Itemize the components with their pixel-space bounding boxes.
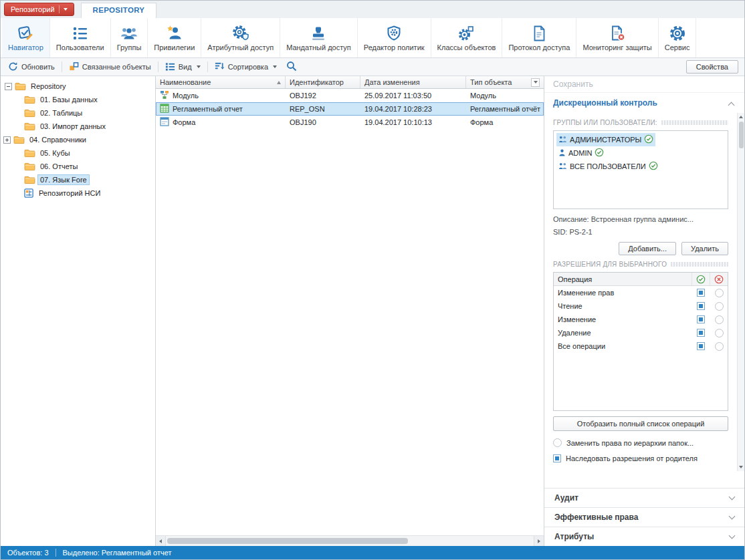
section-attributes[interactable]: Атрибуты <box>544 527 744 546</box>
table-row-selected[interactable]: Регламентный отчет REP_OSN 19.04.2017 10… <box>156 102 544 116</box>
section-effective-rights[interactable]: Эффективные права <box>544 507 744 527</box>
ribbon-item-label: Сервис <box>665 43 690 51</box>
scroll-left-arrow[interactable] <box>156 536 166 546</box>
deny-checkbox[interactable] <box>715 342 724 351</box>
section-discretionary-control[interactable]: Дискреционный контроль <box>544 93 744 112</box>
replace-permissions-checkbox-row[interactable]: Заменить права по иерархии папок... <box>553 438 728 447</box>
ribbon-item-object-classes[interactable]: Классы объектов <box>431 18 503 57</box>
vertical-scrollbar[interactable] <box>737 113 744 471</box>
horizontal-scrollbar[interactable] <box>156 535 544 546</box>
inherit-permissions-checkbox-row[interactable]: Наследовать разрешения от родителя <box>553 454 728 462</box>
allow-checkbox[interactable] <box>697 342 705 350</box>
sort-dropdown[interactable]: Сортировка <box>212 60 280 74</box>
allow-checkbox[interactable] <box>697 315 705 323</box>
privileges-icon <box>166 24 183 42</box>
checkbox-unchecked[interactable] <box>553 438 562 447</box>
refresh-button[interactable]: Обновить <box>5 60 58 74</box>
list-item-label: ВСЕ ПОЛЬЗОВАТЕЛИ <box>570 162 646 170</box>
ribbon-item-security-monitoring[interactable]: Мониторинг защиты <box>576 18 658 57</box>
properties-button[interactable]: Свойства <box>686 60 738 74</box>
ribbon-item-attribute-access[interactable]: Атрибутный доступ <box>201 18 280 57</box>
tree-item-cubes[interactable]: 05. Кубы <box>1 146 155 160</box>
object-classes-icon <box>457 24 475 42</box>
groups-users-listbox[interactable]: АДМИНИСТРАТОРЫ ADMIN ВСЕ ПОЛЬЗОВАТЕЛИ <box>553 130 728 209</box>
permission-row: Удаление <box>554 326 728 339</box>
expand-box-icon[interactable] <box>3 136 11 144</box>
tree-item-label: 02. Таблицы <box>38 108 84 118</box>
list-item-admin[interactable]: ADMIN <box>556 146 606 160</box>
ribbon-item-label: Привилегии <box>154 43 195 51</box>
refresh-icon <box>8 61 18 73</box>
ribbon-item-label: Редактор политик <box>364 43 425 51</box>
tree-item-label: 05. Кубы <box>38 148 72 158</box>
ribbon-item-navigator[interactable]: Навигатор <box>2 18 50 57</box>
allow-checkbox[interactable] <box>697 289 705 297</box>
ribbon-item-policy-editor[interactable]: Редактор политик <box>358 18 431 57</box>
ribbon-item-privileges[interactable]: Привилегии <box>148 18 201 57</box>
scrollbar-thumb[interactable] <box>739 122 744 148</box>
scroll-down-arrow[interactable] <box>738 463 744 471</box>
scrollbar-thumb[interactable] <box>167 538 408 544</box>
add-button[interactable]: Добавить... <box>619 242 676 255</box>
groups-users-label-row: ГРУППЫ ИЛИ ПОЛЬЗОВАТЕЛИ: <box>553 119 728 126</box>
tree-item-reports[interactable]: 06. Отчеты <box>1 160 155 173</box>
ribbon-item-groups[interactable]: Группы <box>111 18 148 57</box>
scroll-right-arrow[interactable] <box>534 536 544 546</box>
scroll-up-arrow[interactable] <box>738 113 744 121</box>
chevron-down-icon <box>273 65 277 68</box>
column-header-identifier[interactable]: Идентификатор <box>286 76 360 88</box>
ribbon-item-label: Мандатный доступ <box>286 43 351 51</box>
operation-label: Все операции <box>554 342 691 350</box>
related-objects-button[interactable]: Связанные объекты <box>66 60 154 74</box>
section-audit[interactable]: Аудит <box>544 488 744 507</box>
deny-checkbox[interactable] <box>715 315 724 324</box>
search-button[interactable] <box>284 59 300 74</box>
column-header-name[interactable]: Наименование <box>156 76 286 88</box>
deny-checkbox[interactable] <box>715 289 724 297</box>
save-label[interactable]: Сохранить <box>553 80 593 89</box>
tree-item-fore-language[interactable]: 07. Язык Fore <box>1 173 155 186</box>
list-item-administrators[interactable]: АДМИНИСТРАТОРЫ <box>556 133 655 146</box>
tree-item-data-import[interactable]: 03. Импорт данных <box>1 120 155 133</box>
deny-checkbox[interactable] <box>715 302 724 311</box>
users-list-icon <box>72 24 89 42</box>
triangle-left-icon <box>159 539 162 543</box>
object-type: Регламентный отчёт <box>466 105 544 113</box>
ribbon-item-mandatory-access[interactable]: Мандатный доступ <box>280 18 358 57</box>
ribbon-item-users[interactable]: Пользователи <box>50 18 111 57</box>
ribbon-item-access-log[interactable]: Протокол доступа <box>502 18 576 57</box>
ribbon-item-label: Мониторинг защиты <box>582 43 651 51</box>
tab-repository[interactable]: REPOSITORY <box>81 3 157 18</box>
column-header-object-type[interactable]: Тип объекта <box>466 76 544 88</box>
permissions-label: РАЗРЕШЕНИЯ ДЛЯ ВЫБРАННОГО <box>553 261 667 268</box>
filter-dropdown-icon[interactable] <box>531 78 540 87</box>
table-row[interactable]: Модуль OBJ192 25.09.2017 11:03:50 Модуль <box>156 89 544 102</box>
delete-button[interactable]: Удалить <box>681 242 728 255</box>
list-item-all-users[interactable]: ВСЕ ПОЛЬЗОВАТЕЛИ <box>556 160 660 173</box>
tree-item-tables[interactable]: 02. Таблицы <box>1 106 155 120</box>
table-row[interactable]: Форма OBJ190 19.04.2017 10:10:13 Форма <box>156 116 544 129</box>
allow-checkbox[interactable] <box>697 302 705 310</box>
tree-item-databases[interactable]: 01. Базы данных <box>1 93 155 106</box>
tree-item-nsi-repository[interactable]: Репозиторий НСИ <box>1 186 155 200</box>
tree-item-dictionaries[interactable]: 04. Справочники <box>1 133 155 146</box>
deny-checkbox[interactable] <box>715 329 724 337</box>
show-full-operations-button[interactable]: Отобразить полный список операций <box>553 416 728 431</box>
column-header-modified-date[interactable]: Дата изменения <box>360 76 466 88</box>
tree-item-label: Repository <box>29 82 68 91</box>
view-dropdown[interactable]: Вид <box>163 60 203 74</box>
object-type: Модуль <box>466 92 544 100</box>
objects-count: Объектов: 3 <box>1 549 56 557</box>
object-date: 19.04.2017 10:28:23 <box>360 105 466 113</box>
checkbox-checked[interactable] <box>553 454 561 462</box>
view-label: Вид <box>179 63 192 71</box>
tree-item-repository-root[interactable]: Repository <box>1 80 155 93</box>
collapse-box-icon[interactable] <box>5 83 12 90</box>
refresh-label: Обновить <box>21 63 55 71</box>
operation-label: Изменение <box>554 315 691 323</box>
ribbon-item-service[interactable]: Сервис <box>659 18 697 57</box>
sort-label: Сортировка <box>228 63 268 71</box>
properties-panel: Сохранить Дискреционный контроль ГРУППЫ … <box>544 76 744 546</box>
repository-menu-button[interactable]: Репозиторий <box>4 3 74 16</box>
allow-checkbox[interactable] <box>697 329 705 337</box>
